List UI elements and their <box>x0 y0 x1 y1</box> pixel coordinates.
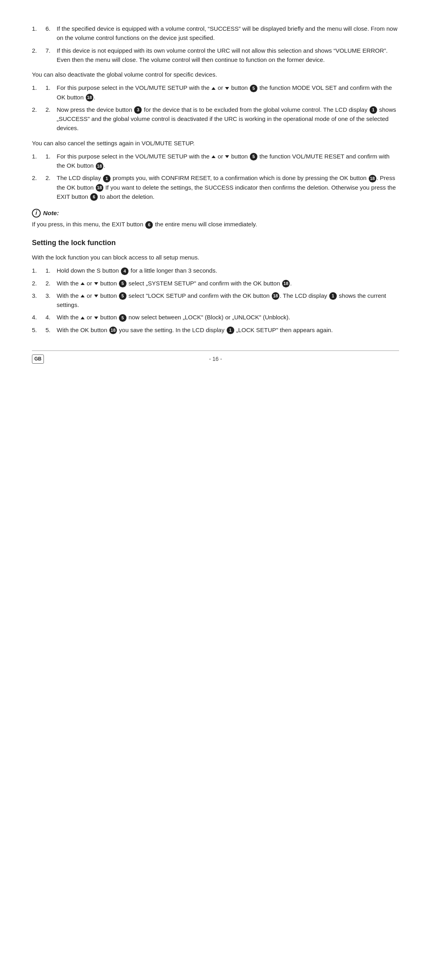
list-item: 3. With the or button 5 select "LOCK SET… <box>32 291 399 310</box>
note-box: i Note: If you press, in this menu, the … <box>32 208 399 229</box>
deactivate-step-2: Now press the device button 3 for the de… <box>57 105 399 133</box>
arrow-down-icon <box>225 155 229 158</box>
lock-step-2: With the or button 5 select „SYSTEM SETU… <box>57 279 399 288</box>
arrow-down-icon <box>94 295 98 297</box>
button-18-circle: 18 <box>369 175 376 182</box>
button-18-circle: 18 <box>96 162 103 170</box>
button-5-circle: 5 <box>250 85 257 92</box>
cancel-step-1: For this purpose select in the VOL/MUTE … <box>57 152 399 170</box>
display-1-circle: 1 <box>329 292 337 300</box>
button-5-circle: 5 <box>119 292 127 300</box>
item-6-text: If the specified device is equipped with… <box>57 24 399 43</box>
button-5-circle: 5 <box>119 280 127 287</box>
button-18-circle: 18 <box>86 94 93 101</box>
cancel-steps-list: 1. For this purpose select in the VOL/MU… <box>32 152 399 201</box>
arrow-down-icon <box>94 282 98 285</box>
lock-step-4: With the or button 5 now select between … <box>57 313 399 322</box>
button-18-circle: 18 <box>272 292 279 300</box>
list-item: 4. With the or button 5 now select betwe… <box>32 313 399 322</box>
lock-intro: With the lock function you can block acc… <box>32 253 399 262</box>
arrow-up-icon <box>212 155 216 158</box>
arrow-up-icon <box>212 87 216 90</box>
list-item: 1. Hold down the S button 4 for a little… <box>32 266 399 275</box>
arrow-up-icon <box>81 282 85 285</box>
lock-step-3: With the or button 5 select "LOCK SETUP … <box>57 291 399 310</box>
button-5-circle: 5 <box>119 314 127 322</box>
button-18-circle: 18 <box>109 327 117 334</box>
button-6-circle: 6 <box>90 193 98 201</box>
lock-section-heading: Setting the lock function <box>32 238 399 249</box>
list-item: 2. The LCD display 1 prompts you, with C… <box>32 173 399 201</box>
display-1-circle: 1 <box>103 175 111 182</box>
arrow-up-icon <box>81 317 85 319</box>
list-item: 1. For this purpose select in the VOL/MU… <box>32 83 399 102</box>
display-1-circle: 1 <box>227 327 234 334</box>
button-6-circle: 6 <box>145 221 153 229</box>
cancel-step-2: The LCD display 1 prompts you, with CONF… <box>57 173 399 201</box>
list-item: 1. For this purpose select in the VOL/MU… <box>32 152 399 170</box>
page-content: 6. If the specified device is equipped w… <box>32 24 399 364</box>
button-18-circle-b: 18 <box>96 184 103 192</box>
list-item: 5. With the OK button 18 you save the se… <box>32 325 399 335</box>
button-4-circle: 4 <box>121 267 129 275</box>
footer: GB - 16 - <box>32 350 399 364</box>
list-item: 2. Now press the device button 3 for the… <box>32 105 399 133</box>
lock-steps-list: 1. Hold down the S button 4 for a little… <box>32 266 399 335</box>
lock-step-1: Hold down the S button 4 for a little lo… <box>57 266 399 275</box>
button-3-circle: 3 <box>134 106 142 114</box>
arrow-down-icon <box>225 87 229 90</box>
top-list: 6. If the specified device is equipped w… <box>32 24 399 64</box>
lock-section: Setting the lock function With the lock … <box>32 238 399 335</box>
display-1-circle: 1 <box>370 106 377 114</box>
button-5-circle: 5 <box>250 153 257 160</box>
note-title: i Note: <box>32 208 399 218</box>
deactivate-steps-list: 1. For this purpose select in the VOL/MU… <box>32 83 399 133</box>
para-cancel: You can also cancel the settings again i… <box>32 139 399 148</box>
arrow-up-icon <box>81 295 85 297</box>
note-text: If you press, in this menu, the EXIT but… <box>32 220 399 229</box>
page-number: - 16 - <box>209 355 222 364</box>
arrow-down-icon <box>94 317 98 319</box>
list-item: 7. If this device is not equipped with i… <box>32 46 399 65</box>
info-icon: i <box>32 209 41 218</box>
item-7-text: If this device is not equipped with its … <box>57 46 399 65</box>
button-18-circle: 18 <box>282 280 290 287</box>
country-label: GB <box>32 354 44 364</box>
para-deactivate: You can also deactivate the global volum… <box>32 70 399 79</box>
lock-step-5: With the OK button 18 you save the setti… <box>57 325 399 335</box>
list-item: 6. If the specified device is equipped w… <box>32 24 399 43</box>
list-item: 2. With the or button 5 select „SYSTEM S… <box>32 279 399 288</box>
deactivate-step-1: For this purpose select in the VOL/MUTE … <box>57 83 399 102</box>
